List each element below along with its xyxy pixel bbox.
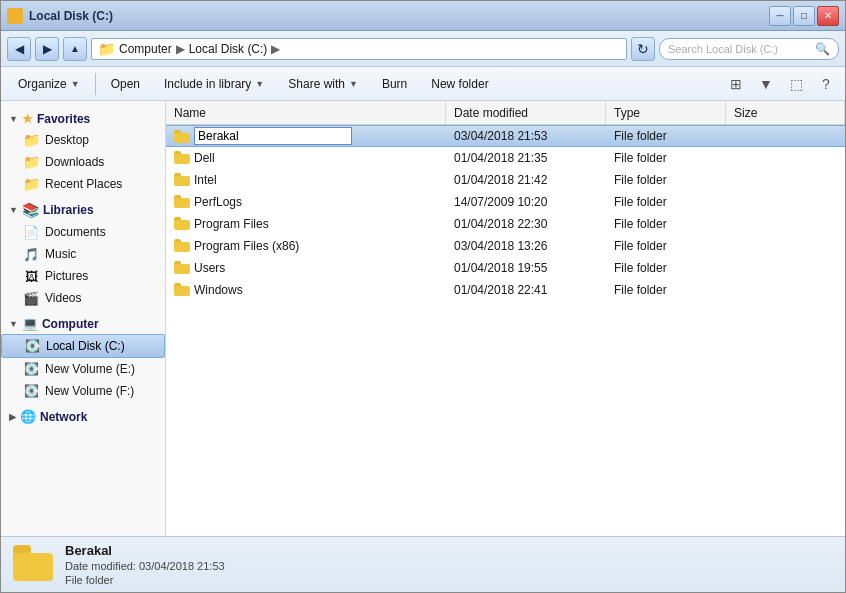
folder-icon <box>174 151 190 164</box>
search-placeholder: Search Local Disk (C:) <box>668 43 778 55</box>
include-library-button[interactable]: Include in library ▼ <box>153 71 275 97</box>
file-date: 14/07/2009 10:20 <box>446 195 606 209</box>
pictures-icon: 🖼 <box>23 268 39 284</box>
file-type: File folder <box>606 217 726 231</box>
forward-button[interactable]: ▶ <box>35 37 59 61</box>
recent-icon: 📁 <box>23 176 39 192</box>
file-date: 01/04/2018 19:55 <box>446 261 606 275</box>
status-folder-icon <box>13 545 53 585</box>
help-button[interactable]: ? <box>813 72 839 96</box>
sidebar: ▼ ★ Favorites 📁 Desktop 📁 Downloads 📁 Re… <box>1 101 166 536</box>
close-button[interactable]: ✕ <box>817 6 839 26</box>
path-computer: Computer <box>119 42 172 56</box>
file-type: File folder <box>606 173 726 187</box>
sidebar-item-pictures[interactable]: 🖼 Pictures <box>1 265 165 287</box>
filename-label: Users <box>194 261 225 275</box>
table-row[interactable]: PerfLogs14/07/2009 10:20File folder <box>166 191 845 213</box>
file-list-area: Name Date modified Type Size 03/04/2018 … <box>166 101 845 536</box>
table-row[interactable]: Users01/04/2018 19:55File folder <box>166 257 845 279</box>
filename-label: Program Files <box>194 217 269 231</box>
share-button[interactable]: Share with ▼ <box>277 71 369 97</box>
table-row[interactable]: Intel01/04/2018 21:42File folder <box>166 169 845 191</box>
network-arrow: ▶ <box>9 412 16 422</box>
explorer-window: Local Disk (C:) ─ □ ✕ ◀ ▶ ▲ 📁 Computer ▶… <box>0 0 846 593</box>
path-sep-1: ▶ <box>176 42 185 56</box>
downloads-label: Downloads <box>45 155 104 169</box>
new-vol-f-label: New Volume (F:) <box>45 384 134 398</box>
sidebar-item-new-vol-e[interactable]: 💽 New Volume (E:) <box>1 358 165 380</box>
filename-label: PerfLogs <box>194 195 242 209</box>
search-bar[interactable]: Search Local Disk (C:) 🔍 <box>659 38 839 60</box>
refresh-button[interactable]: ↻ <box>631 37 655 61</box>
sidebar-item-new-vol-f[interactable]: 💽 New Volume (F:) <box>1 380 165 402</box>
table-row[interactable]: Dell01/04/2018 21:35File folder <box>166 147 845 169</box>
maximize-button[interactable]: □ <box>793 6 815 26</box>
title-bar: Local Disk (C:) ─ □ ✕ <box>1 1 845 31</box>
burn-button[interactable]: Burn <box>371 71 418 97</box>
new-folder-button[interactable]: New folder <box>420 71 499 97</box>
table-row[interactable]: Program Files01/04/2018 22:30File folder <box>166 213 845 235</box>
new-vol-f-icon: 💽 <box>23 383 39 399</box>
sidebar-item-desktop[interactable]: 📁 Desktop <box>1 129 165 151</box>
sidebar-item-documents[interactable]: 📄 Documents <box>1 221 165 243</box>
sidebar-item-downloads[interactable]: 📁 Downloads <box>1 151 165 173</box>
address-path[interactable]: 📁 Computer ▶ Local Disk (C:) ▶ <box>91 38 627 60</box>
path-sep-2: ▶ <box>271 42 280 56</box>
sidebar-libraries-header[interactable]: ▼ 📚 Libraries <box>1 199 165 221</box>
organize-button[interactable]: Organize ▼ <box>7 71 91 97</box>
organize-arrow: ▼ <box>71 79 80 89</box>
table-row[interactable]: 03/04/2018 21:53File folder <box>166 125 845 147</box>
filename-label: Windows <box>194 283 243 297</box>
sidebar-item-music[interactable]: 🎵 Music <box>1 243 165 265</box>
table-row[interactable]: Windows01/04/2018 22:41File folder <box>166 279 845 301</box>
file-date: 03/04/2018 21:53 <box>446 129 606 143</box>
videos-icon: 🎬 <box>23 290 39 306</box>
folder-icon <box>174 283 190 296</box>
sidebar-section-network: ▶ 🌐 Network <box>1 406 165 427</box>
sidebar-item-local-c[interactable]: 💽 Local Disk (C:) <box>1 334 165 358</box>
title-controls: ─ □ ✕ <box>769 6 839 26</box>
downloads-icon: 📁 <box>23 154 39 170</box>
libraries-label: Libraries <box>43 203 94 217</box>
address-bar: ◀ ▶ ▲ 📁 Computer ▶ Local Disk (C:) ▶ ↻ S… <box>1 31 845 67</box>
folder-icon <box>174 239 190 252</box>
col-header-date[interactable]: Date modified <box>446 101 606 124</box>
sidebar-section-libraries: ▼ 📚 Libraries 📄 Documents 🎵 Music 🖼 Pict… <box>1 199 165 309</box>
title-bar-left: Local Disk (C:) <box>7 8 113 24</box>
sidebar-favorites-header[interactable]: ▼ ★ Favorites <box>1 109 165 129</box>
sidebar-item-videos[interactable]: 🎬 Videos <box>1 287 165 309</box>
pictures-label: Pictures <box>45 269 88 283</box>
minimize-button[interactable]: ─ <box>769 6 791 26</box>
local-c-label: Local Disk (C:) <box>46 339 125 353</box>
col-header-type[interactable]: Type <box>606 101 726 124</box>
filename-input[interactable] <box>194 127 352 145</box>
search-icon: 🔍 <box>815 42 830 56</box>
window-icon <box>7 8 23 24</box>
videos-label: Videos <box>45 291 81 305</box>
table-row[interactable]: Program Files (x86)03/04/2018 13:26File … <box>166 235 845 257</box>
view-toggle-button[interactable]: ▼ <box>753 72 779 96</box>
file-type: File folder <box>606 239 726 253</box>
column-headers: Name Date modified Type Size <box>166 101 845 125</box>
preview-pane-button[interactable]: ⬚ <box>783 72 809 96</box>
up-button[interactable]: ▲ <box>63 37 87 61</box>
col-header-name[interactable]: Name <box>166 101 446 124</box>
col-header-size[interactable]: Size <box>726 101 845 124</box>
back-button[interactable]: ◀ <box>7 37 31 61</box>
folder-icon <box>174 130 190 143</box>
sidebar-item-recent[interactable]: 📁 Recent Places <box>1 173 165 195</box>
filename-label: Program Files (x86) <box>194 239 299 253</box>
folder-icon <box>174 217 190 230</box>
sidebar-computer-header[interactable]: ▼ 💻 Computer <box>1 313 165 334</box>
view-details-button[interactable]: ⊞ <box>723 72 749 96</box>
path-local-disk: Local Disk (C:) <box>189 42 268 56</box>
sidebar-network-header[interactable]: ▶ 🌐 Network <box>1 406 165 427</box>
music-label: Music <box>45 247 76 261</box>
open-button[interactable]: Open <box>100 71 151 97</box>
library-arrow: ▼ <box>255 79 264 89</box>
favorites-arrow: ▼ <box>9 114 18 124</box>
computer-arrow: ▼ <box>9 319 18 329</box>
toolbar: Organize ▼ Open Include in library ▼ Sha… <box>1 67 845 101</box>
main-content: ▼ ★ Favorites 📁 Desktop 📁 Downloads 📁 Re… <box>1 101 845 536</box>
status-info: Berakal Date modified: 03/04/2018 21:53 … <box>65 543 225 586</box>
